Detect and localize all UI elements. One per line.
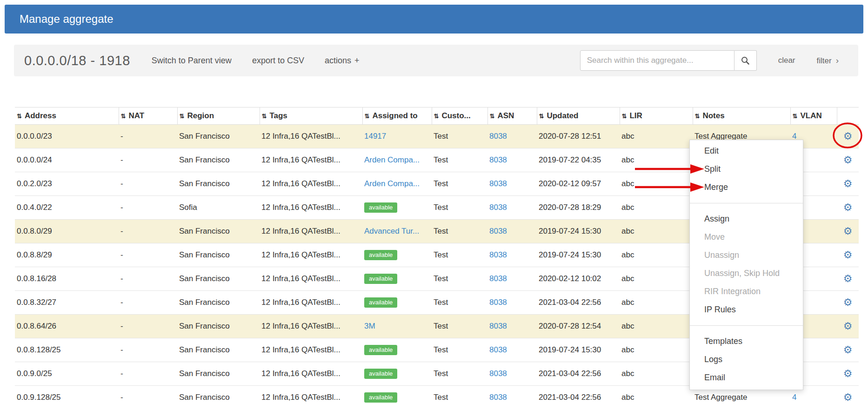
cell-tags: 12 Infra,16 QATestBl...: [260, 386, 362, 404]
asn-link[interactable]: 8038: [489, 274, 507, 283]
context-menu-item[interactable]: Templates: [690, 332, 803, 350]
column-header[interactable]: ⇅Updated: [537, 108, 620, 125]
asn-link[interactable]: 8038: [489, 298, 507, 307]
asn-link[interactable]: 8038: [489, 250, 507, 259]
assigned-link[interactable]: Advanced Tur...: [364, 227, 419, 236]
asn-link[interactable]: 8038: [489, 179, 507, 188]
cell-region: San Francisco: [177, 125, 260, 148]
assigned-link[interactable]: 3M: [364, 322, 375, 330]
table-header-row: ⇅Address ⇅NAT ⇅Region ⇅Tags ⇅Assigned to…: [15, 108, 859, 125]
sort-icon: ⇅: [622, 113, 627, 120]
column-header[interactable]: ⇅Notes: [693, 108, 790, 125]
column-label: Notes: [702, 111, 724, 120]
search-button[interactable]: [734, 50, 757, 71]
column-header[interactable]: ⇅Tags: [260, 108, 362, 125]
context-menu-item[interactable]: Edit: [690, 142, 803, 160]
cell-updated: 2021-03-04 22:56: [537, 291, 620, 315]
gear-icon[interactable]: ⚙: [843, 249, 853, 261]
context-menu-item: Unassign, Skip Hold: [690, 264, 803, 283]
asn-link[interactable]: 8038: [489, 322, 507, 330]
cell-lir: abc: [620, 315, 693, 338]
gear-icon[interactable]: ⚙: [843, 391, 853, 403]
gear-icon[interactable]: ⚙: [843, 130, 853, 142]
context-menu-item[interactable]: Assign: [690, 210, 803, 228]
cell-region: San Francisco: [177, 172, 260, 196]
asn-link[interactable]: 8038: [489, 203, 507, 212]
asn-link[interactable]: 8038: [489, 345, 507, 354]
asn-link[interactable]: 8038: [489, 155, 507, 164]
column-header[interactable]: ⇅VLAN: [790, 108, 837, 125]
context-menu-item[interactable]: Merge: [690, 178, 803, 196]
sort-icon: ⇅: [121, 113, 126, 120]
gear-icon[interactable]: ⚙: [843, 344, 853, 356]
actions-menu-button[interactable]: actions+: [325, 56, 360, 66]
cell-lir: abc: [620, 267, 693, 291]
cell-lir: abc: [620, 291, 693, 315]
assigned-link[interactable]: Arden Compa...: [364, 179, 420, 188]
column-header[interactable]: ⇅Address: [15, 108, 119, 125]
cell-region: Sofia: [177, 196, 260, 220]
context-menu-item[interactable]: IP Rules: [690, 301, 803, 319]
gear-icon[interactable]: ⚙: [843, 368, 853, 379]
cell-assigned-to: Arden Compa...: [362, 148, 432, 172]
sort-icon: ⇅: [365, 113, 370, 120]
cell-asn: 8038: [487, 291, 537, 315]
sort-icon: ⇅: [539, 113, 544, 120]
cell-customer: Test: [432, 220, 487, 243]
cell-tags: 12 Infra,16 QATestBl...: [260, 196, 362, 220]
cell-region: San Francisco: [177, 338, 260, 362]
cell-row-actions: ⚙: [837, 196, 859, 220]
search-input[interactable]: [580, 50, 734, 71]
switch-parent-view-link[interactable]: Switch to Parent view: [152, 56, 232, 66]
cell-assigned-to: available: [362, 196, 432, 220]
filter-button[interactable]: filter›: [817, 55, 839, 66]
column-header[interactable]: ⇅LIR: [620, 108, 693, 125]
gear-icon[interactable]: ⚙: [843, 296, 853, 308]
cell-row-actions: ⚙: [837, 315, 859, 338]
column-header[interactable]: ⇅NAT: [119, 108, 177, 125]
cell-region: San Francisco: [177, 148, 260, 172]
column-header[interactable]: ⇅ASN: [487, 108, 537, 125]
column-label: Updated: [547, 111, 578, 120]
aggregate-toolbar: 0.0.0.0/18 - 1918 Switch to Parent view …: [14, 45, 858, 76]
vlan-link[interactable]: 4: [792, 393, 796, 402]
asn-link[interactable]: 8038: [489, 227, 507, 236]
column-label: Tags: [269, 111, 287, 120]
context-menu-item[interactable]: Logs: [690, 350, 803, 369]
clear-button[interactable]: clear: [778, 56, 795, 65]
assigned-link[interactable]: Arden Compa...: [364, 155, 420, 164]
asn-link[interactable]: 8038: [489, 369, 507, 378]
cell-region: San Francisco: [177, 362, 260, 386]
gear-icon[interactable]: ⚙: [843, 273, 853, 284]
cell-region: San Francisco: [177, 243, 260, 267]
filter-label: filter: [817, 56, 832, 65]
column-header[interactable]: ⇅Region: [177, 108, 260, 125]
export-csv-link[interactable]: export to CSV: [252, 56, 304, 66]
column-label: Assigned to: [372, 111, 417, 120]
context-menu-item[interactable]: Email: [690, 369, 803, 387]
cell-address: 0.0.9.128/25: [15, 386, 119, 404]
cell-asn: 8038: [487, 220, 537, 243]
cell-nat: -: [119, 172, 177, 196]
column-header[interactable]: ⇅Custo...: [432, 108, 487, 125]
gear-icon[interactable]: ⚙: [843, 202, 853, 213]
cell-address: 0.0.4.0/22: [15, 196, 119, 220]
assigned-link[interactable]: 14917: [364, 132, 386, 141]
cell-lir: abc: [620, 196, 693, 220]
asn-link[interactable]: 8038: [489, 132, 507, 141]
gear-icon[interactable]: ⚙: [843, 225, 853, 237]
page-title: Manage aggregate: [20, 13, 114, 26]
search-group: [580, 50, 757, 71]
column-header[interactable]: ⇅Assigned to: [362, 108, 432, 125]
context-menu-item[interactable]: Split: [690, 160, 803, 178]
cell-region: San Francisco: [177, 291, 260, 315]
cell-updated: 2020-07-28 18:29: [537, 196, 620, 220]
sort-icon: ⇅: [695, 113, 700, 120]
cell-nat: -: [119, 220, 177, 243]
gear-icon[interactable]: ⚙: [843, 154, 853, 166]
gear-icon[interactable]: ⚙: [843, 178, 853, 189]
sort-icon: ⇅: [262, 113, 267, 120]
gear-icon[interactable]: ⚙: [843, 320, 853, 332]
menu-divider: [690, 325, 803, 326]
asn-link[interactable]: 8038: [489, 393, 507, 402]
